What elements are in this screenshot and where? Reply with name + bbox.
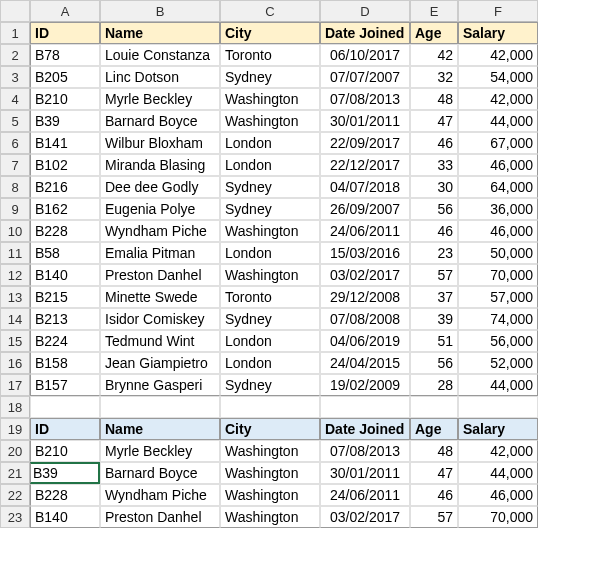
row-header-21[interactable]: 21	[0, 462, 30, 484]
cell-C19[interactable]: City	[220, 418, 320, 440]
cell-F5[interactable]: 44,000	[458, 110, 538, 132]
cell-D19[interactable]: Date Joined	[320, 418, 410, 440]
row-header-4[interactable]: 4	[0, 88, 30, 110]
cell-B4[interactable]: Myrle Beckley	[100, 88, 220, 110]
cell-A17[interactable]: B157	[30, 374, 100, 396]
row-header-10[interactable]: 10	[0, 220, 30, 242]
cell-E10[interactable]: 46	[410, 220, 458, 242]
cell-F13[interactable]: 57,000	[458, 286, 538, 308]
cell-E11[interactable]: 23	[410, 242, 458, 264]
cell-D21[interactable]: 30/01/2011	[320, 462, 410, 484]
cell-E23[interactable]: 57	[410, 506, 458, 528]
cell-F21[interactable]: 44,000	[458, 462, 538, 484]
col-header-B[interactable]: B	[100, 0, 220, 22]
col-header-F[interactable]: F	[458, 0, 538, 22]
row-header-3[interactable]: 3	[0, 66, 30, 88]
row-header-8[interactable]: 8	[0, 176, 30, 198]
cell-D3[interactable]: 07/07/2007	[320, 66, 410, 88]
row-header-1[interactable]: 1	[0, 22, 30, 44]
cell-A5[interactable]: B39	[30, 110, 100, 132]
cell-C2[interactable]: Toronto	[220, 44, 320, 66]
row-header-2[interactable]: 2	[0, 44, 30, 66]
cell-D15[interactable]: 04/06/2019	[320, 330, 410, 352]
cell-F17[interactable]: 44,000	[458, 374, 538, 396]
cell-A10[interactable]: B228	[30, 220, 100, 242]
cell-C20[interactable]: Washington	[220, 440, 320, 462]
cell-B11[interactable]: Emalia Pitman	[100, 242, 220, 264]
cell-C8[interactable]: Sydney	[220, 176, 320, 198]
cell-A19[interactable]: ID	[30, 418, 100, 440]
cell-E2[interactable]: 42	[410, 44, 458, 66]
cell-B21[interactable]: Barnard Boyce	[100, 462, 220, 484]
row-header-18[interactable]: 18	[0, 396, 30, 418]
row-header-14[interactable]: 14	[0, 308, 30, 330]
cell-B12[interactable]: Preston Danhel	[100, 264, 220, 286]
row-header-22[interactable]: 22	[0, 484, 30, 506]
cell-C16[interactable]: London	[220, 352, 320, 374]
col-header-E[interactable]: E	[410, 0, 458, 22]
cell-D2[interactable]: 06/10/2017	[320, 44, 410, 66]
cell-D22[interactable]: 24/06/2011	[320, 484, 410, 506]
col-header-C[interactable]: C	[220, 0, 320, 22]
cell-F6[interactable]: 67,000	[458, 132, 538, 154]
cell-E19[interactable]: Age	[410, 418, 458, 440]
cell-D4[interactable]: 07/08/2013	[320, 88, 410, 110]
cell-E20[interactable]: 48	[410, 440, 458, 462]
cell-F14[interactable]: 74,000	[458, 308, 538, 330]
cell-F11[interactable]: 50,000	[458, 242, 538, 264]
cell-D12[interactable]: 03/02/2017	[320, 264, 410, 286]
cell-A15[interactable]: B224	[30, 330, 100, 352]
cell-D5[interactable]: 30/01/2011	[320, 110, 410, 132]
cell-D6[interactable]: 22/09/2017	[320, 132, 410, 154]
cell-C13[interactable]: Toronto	[220, 286, 320, 308]
cell-D1[interactable]: Date Joined	[320, 22, 410, 44]
cell-E14[interactable]: 39	[410, 308, 458, 330]
cell-E5[interactable]: 47	[410, 110, 458, 132]
cell-B16[interactable]: Jean Giampietro	[100, 352, 220, 374]
select-all-corner[interactable]	[0, 0, 30, 22]
cell-D23[interactable]: 03/02/2017	[320, 506, 410, 528]
cell-C10[interactable]: Washington	[220, 220, 320, 242]
cell-A7[interactable]: B102	[30, 154, 100, 176]
cell-C23[interactable]: Washington	[220, 506, 320, 528]
row-header-5[interactable]: 5	[0, 110, 30, 132]
row-header-16[interactable]: 16	[0, 352, 30, 374]
cell-C5[interactable]: Washington	[220, 110, 320, 132]
cell-D14[interactable]: 07/08/2008	[320, 308, 410, 330]
cell-B2[interactable]: Louie Constanza	[100, 44, 220, 66]
cell-A12[interactable]: B140	[30, 264, 100, 286]
cell-E4[interactable]: 48	[410, 88, 458, 110]
cell-B1[interactable]: Name	[100, 22, 220, 44]
cell-E17[interactable]: 28	[410, 374, 458, 396]
cell-B19[interactable]: Name	[100, 418, 220, 440]
cell-F19[interactable]: Salary	[458, 418, 538, 440]
cell-A11[interactable]: B58	[30, 242, 100, 264]
cell-B14[interactable]: Isidor Comiskey	[100, 308, 220, 330]
cell-B5[interactable]: Barnard Boyce	[100, 110, 220, 132]
row-header-6[interactable]: 6	[0, 132, 30, 154]
cell-B6[interactable]: Wilbur Bloxham	[100, 132, 220, 154]
cell-B15[interactable]: Tedmund Wint	[100, 330, 220, 352]
cell-C18[interactable]	[220, 396, 320, 418]
cell-A14[interactable]: B213	[30, 308, 100, 330]
row-header-15[interactable]: 15	[0, 330, 30, 352]
cell-E22[interactable]: 46	[410, 484, 458, 506]
cell-E6[interactable]: 46	[410, 132, 458, 154]
row-header-12[interactable]: 12	[0, 264, 30, 286]
row-header-7[interactable]: 7	[0, 154, 30, 176]
cell-A3[interactable]: B205	[30, 66, 100, 88]
cell-B7[interactable]: Miranda Blasing	[100, 154, 220, 176]
row-header-9[interactable]: 9	[0, 198, 30, 220]
cell-C6[interactable]: London	[220, 132, 320, 154]
cell-D9[interactable]: 26/09/2007	[320, 198, 410, 220]
cell-A16[interactable]: B158	[30, 352, 100, 374]
cell-F4[interactable]: 42,000	[458, 88, 538, 110]
cell-B9[interactable]: Eugenia Polye	[100, 198, 220, 220]
cell-A23[interactable]: B140	[30, 506, 100, 528]
cell-F18[interactable]	[458, 396, 538, 418]
cell-F1[interactable]: Salary	[458, 22, 538, 44]
cell-D13[interactable]: 29/12/2008	[320, 286, 410, 308]
cell-F2[interactable]: 42,000	[458, 44, 538, 66]
cell-C3[interactable]: Sydney	[220, 66, 320, 88]
cell-B22[interactable]: Wyndham Piche	[100, 484, 220, 506]
